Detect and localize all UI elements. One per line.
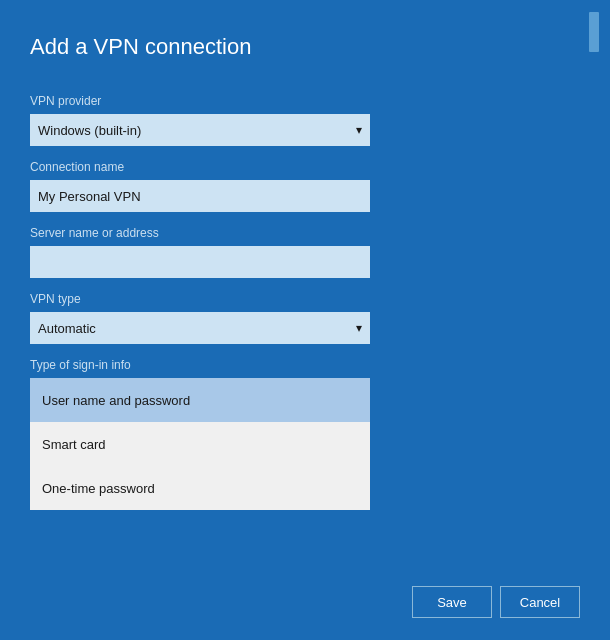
server-label: Server name or address bbox=[30, 226, 580, 240]
bottom-bar: Save Cancel bbox=[10, 574, 600, 630]
server-input[interactable] bbox=[30, 246, 370, 278]
vpn-provider-chevron: ▾ bbox=[356, 123, 362, 137]
sign-in-option-username[interactable]: User name and password bbox=[30, 378, 370, 422]
sign-in-option-otp[interactable]: One-time password bbox=[30, 466, 370, 510]
scrollbar-thumb[interactable] bbox=[589, 12, 599, 52]
vpn-provider-dropdown[interactable]: Windows (built-in) ▾ bbox=[30, 114, 370, 146]
vpn-type-chevron: ▾ bbox=[356, 321, 362, 335]
connection-name-input[interactable] bbox=[30, 180, 370, 212]
sign-in-dropdown-open[interactable]: User name and password Smart card One-ti… bbox=[30, 378, 370, 510]
save-button[interactable]: Save bbox=[412, 586, 492, 618]
dialog-title: Add a VPN connection bbox=[30, 34, 580, 60]
sign-in-label: Type of sign-in info bbox=[30, 358, 580, 372]
sign-in-option-smartcard[interactable]: Smart card bbox=[30, 422, 370, 466]
vpn-dialog: Add a VPN connection VPN provider Window… bbox=[10, 10, 600, 630]
dialog-content: Add a VPN connection VPN provider Window… bbox=[10, 10, 600, 574]
vpn-type-label: VPN type bbox=[30, 292, 580, 306]
connection-name-label: Connection name bbox=[30, 160, 580, 174]
sign-in-section: Type of sign-in info User name and passw… bbox=[30, 358, 580, 510]
cancel-button[interactable]: Cancel bbox=[500, 586, 580, 618]
vpn-provider-value: Windows (built-in) bbox=[38, 123, 141, 138]
vpn-type-dropdown[interactable]: Automatic ▾ bbox=[30, 312, 370, 344]
vpn-provider-label: VPN provider bbox=[30, 94, 580, 108]
vpn-type-value: Automatic bbox=[38, 321, 96, 336]
scrollbar[interactable] bbox=[588, 10, 600, 574]
